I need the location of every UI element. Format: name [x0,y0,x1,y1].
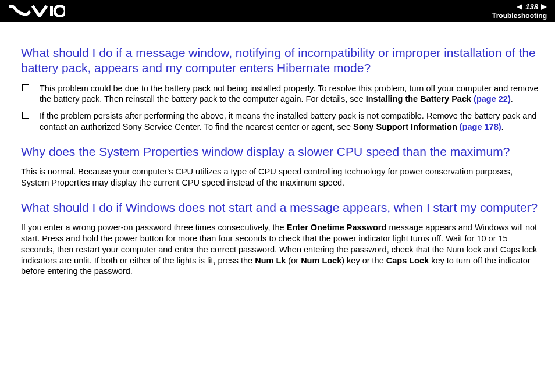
bold-text: Sony Support Information [353,122,460,131]
prev-page-icon[interactable] [517,4,522,10]
text-run: . [511,94,513,104]
next-page-icon[interactable] [541,4,547,10]
bold-text: Num Lk [255,256,286,265]
list-item: If the problem persists after performing… [21,111,539,133]
page-nav: 138 [517,2,547,11]
section-label: Troubleshooting [492,12,547,20]
question-2-title: Why does the System Properties window di… [21,144,539,159]
bold-text: Enter Onetime Password [287,223,387,232]
question-3-body: If you enter a wrong power-on password t… [21,222,539,277]
svg-rect-0 [50,6,53,16]
question-3-title: What should I do if Windows does not sta… [21,200,539,215]
square-bullet-icon [22,112,29,119]
vaio-logo [9,5,65,17]
bold-text: Installing the Battery Pack [366,94,474,104]
page-content: What should I do if a message window, no… [0,22,555,392]
list-item-text: This problem could be due to the battery… [40,83,539,105]
page-link[interactable]: (page 22) [474,94,511,104]
square-bullet-icon [22,84,29,91]
header-right: 138 Troubleshooting [492,2,547,20]
page-link[interactable]: (page 178) [460,122,501,131]
text-run: ) key or the [341,256,386,265]
text-run: (or [286,256,301,265]
bold-text: Caps Lock [386,256,429,265]
list-item-text: If the problem persists after performing… [40,111,539,133]
question-2-body: This is normal. Because your computer's … [21,166,539,188]
text-run: . [501,122,504,131]
svg-point-1 [55,6,65,16]
question-1-title: What should I do if a message window, no… [21,45,539,76]
list-item: This problem could be due to the battery… [21,83,539,105]
text-run: If you enter a wrong power-on password t… [21,223,287,232]
header-bar: 138 Troubleshooting [0,0,555,22]
question-1-list: This problem could be due to the battery… [21,83,539,133]
bold-text: Num Lock [301,256,341,265]
page-number: 138 [524,2,539,11]
